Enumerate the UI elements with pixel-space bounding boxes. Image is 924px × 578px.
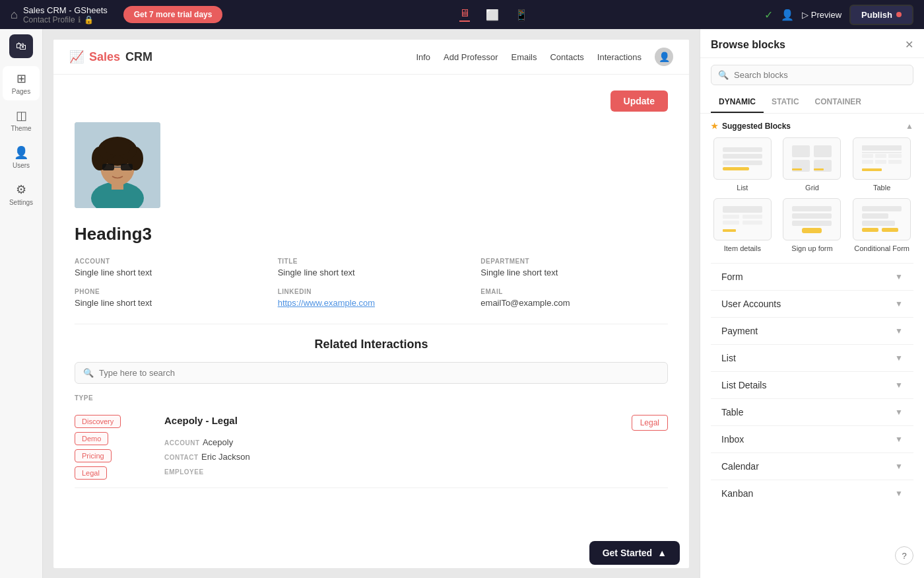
section-list[interactable]: List — [711, 344, 913, 371]
svg-rect-22 — [814, 168, 824, 170]
svg-rect-31 — [862, 168, 882, 171]
sidebar-item-pages[interactable]: ⊞ Pages — [3, 66, 40, 100]
canvas-wrapper: 📈 Sales CRM Info Add Professor Emails Co… — [53, 40, 689, 568]
sidebar-settings-label: Settings — [9, 199, 33, 206]
chevron-list-details-icon — [895, 380, 903, 390]
block-item-details-label: Item details — [724, 244, 761, 252]
tabs-row: DYNAMIC STATIC CONTAINER — [700, 92, 924, 114]
section-table[interactable]: Table — [711, 398, 913, 425]
chevron-inbox-icon — [895, 435, 903, 444]
section-kanban[interactable]: Kanban — [711, 480, 913, 507]
search-blocks-icon: 🔍 — [718, 70, 729, 80]
search-input[interactable] — [99, 368, 659, 378]
tab-container[interactable]: CONTAINER — [807, 92, 869, 113]
account-meta-value: Acepoly — [203, 437, 233, 447]
section-list-details-label: List Details — [721, 380, 766, 390]
logo-crm: CRM — [125, 50, 152, 64]
sidebar-item-theme[interactable]: ◫ Theme — [3, 103, 40, 137]
trial-button[interactable]: Get 7 more trial days — [123, 6, 223, 23]
get-started-wrap: Get Started ▲ — [589, 541, 680, 565]
block-grid[interactable]: Grid — [781, 137, 844, 192]
badge-demo[interactable]: Demo — [75, 432, 108, 445]
block-list[interactable]: List — [711, 137, 774, 192]
nav-emails[interactable]: Emails — [511, 52, 537, 62]
tab-dynamic[interactable]: DYNAMIC — [711, 92, 764, 113]
svg-rect-29 — [875, 160, 886, 164]
section-payment-label: Payment — [721, 326, 758, 336]
section-inbox-label: Inbox — [721, 434, 744, 445]
nav-info[interactable]: Info — [416, 52, 430, 62]
sidebar-item-settings[interactable]: ⚙ Settings — [3, 177, 40, 211]
tablet-icon[interactable]: ⬜ — [486, 9, 499, 21]
sidebar-item-users[interactable]: 👤 Users — [3, 140, 40, 174]
section-form-label: Form — [721, 271, 743, 282]
fields-grid: ACCOUNT Single line short text TITLE Sin… — [75, 258, 668, 308]
block-item-details[interactable]: Item details — [711, 198, 774, 252]
nav-add-professor[interactable]: Add Professor — [444, 52, 498, 62]
preview-button[interactable]: ▷ Preview — [802, 10, 842, 20]
search-icon: 🔍 — [83, 368, 94, 378]
type-header: TYPE — [75, 394, 668, 402]
collapse-suggested-icon[interactable]: ▲ — [906, 122, 913, 131]
field-title: TITLE Single line short text — [278, 258, 465, 277]
chevron-form-icon — [895, 272, 903, 281]
star-icon: ★ — [711, 122, 718, 131]
title-label: TITLE — [278, 258, 465, 265]
nav-avatar[interactable]: 👤 — [655, 48, 673, 66]
sidebar-pages-label: Pages — [12, 88, 30, 95]
badge-legal[interactable]: Legal — [75, 466, 107, 480]
person-icon[interactable]: 👤 — [781, 9, 794, 21]
badge-pricing[interactable]: Pricing — [75, 449, 112, 462]
mobile-icon[interactable]: 📱 — [515, 9, 528, 21]
block-conditional-form[interactable]: Conditional Form — [850, 198, 913, 252]
interactions-table: TYPE Discovery Demo Pricing Legal Acepol… — [75, 394, 668, 488]
chevron-table-icon — [895, 408, 903, 417]
svg-rect-40 — [792, 221, 832, 226]
block-item-details-preview — [713, 198, 772, 240]
users-icon: 👤 — [14, 145, 28, 160]
canvas-content: Update — [53, 75, 689, 504]
update-button[interactable]: Update — [610, 90, 668, 112]
svg-rect-33 — [723, 215, 739, 219]
linkedin-value[interactable]: https://www.example.com — [278, 298, 465, 308]
svg-rect-37 — [723, 229, 736, 232]
app-header: 📈 Sales CRM Info Add Professor Emails Co… — [53, 40, 689, 75]
block-signup-form[interactable]: Sign up form — [781, 198, 844, 252]
app-icon[interactable]: 🛍 — [9, 34, 33, 58]
svg-rect-23 — [862, 145, 902, 151]
update-btn-wrap: Update — [75, 90, 668, 112]
table-row: Discovery Demo Pricing Legal Acepoly - L… — [75, 407, 668, 488]
publish-dot — [896, 12, 902, 17]
section-user-accounts[interactable]: User Accounts — [711, 290, 913, 317]
svg-rect-25 — [862, 154, 873, 158]
publish-button[interactable]: Publish — [849, 5, 913, 25]
contact-meta-value: Eric Jackson — [201, 452, 250, 462]
profile-section — [75, 122, 668, 208]
block-table[interactable]: Table — [850, 137, 913, 192]
section-payment[interactable]: Payment — [711, 317, 913, 344]
browse-blocks-title: Browse blocks — [711, 39, 785, 51]
chevron-list-icon — [895, 353, 903, 363]
help-button[interactable]: ? — [895, 546, 913, 565]
chevron-user-accounts-icon — [895, 299, 903, 308]
close-button[interactable]: ✕ — [905, 38, 913, 51]
tab-static[interactable]: STATIC — [764, 92, 807, 113]
topbar-right: ✓ 👤 ▷ Preview Publish — [764, 5, 913, 25]
badge-discovery[interactable]: Discovery — [75, 415, 121, 428]
nav-interactions[interactable]: Interactions — [597, 52, 642, 62]
section-form[interactable]: Form — [711, 263, 913, 290]
block-grid-label: Grid — [805, 184, 819, 192]
section-table-label: Table — [721, 407, 743, 417]
desktop-icon[interactable]: 🖥 — [459, 7, 470, 22]
profile-photo — [75, 122, 160, 208]
section-list-details[interactable]: List Details — [711, 371, 913, 398]
section-inbox[interactable]: Inbox — [711, 425, 913, 452]
search-blocks-input[interactable] — [734, 70, 906, 80]
section-calendar[interactable]: Calendar — [711, 452, 913, 480]
nav-contacts[interactable]: Contacts — [550, 52, 583, 62]
app-title: Sales CRM - GSheets — [23, 5, 108, 15]
get-started-button[interactable]: Get Started ▲ — [589, 541, 680, 565]
sidebar-theme-label: Theme — [11, 125, 31, 132]
app-nav: Info Add Professor Emails Contacts Inter… — [416, 48, 673, 66]
svg-rect-42 — [862, 206, 902, 211]
